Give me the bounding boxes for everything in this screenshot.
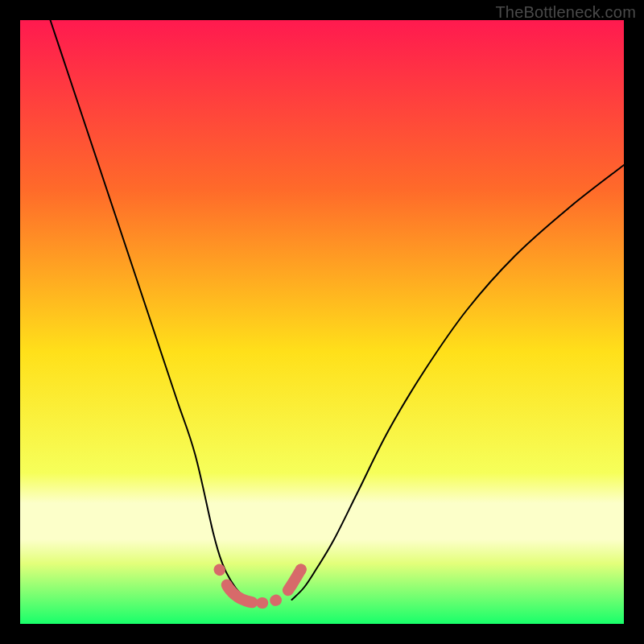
- bottleneck-chart: [0, 0, 644, 644]
- plot-background: [20, 20, 624, 624]
- series-bottom-marker-segment-dot: [295, 564, 307, 576]
- watermark-text: TheBottleneck.com: [495, 3, 636, 22]
- outer-frame: TheBottleneck.com: [0, 0, 644, 644]
